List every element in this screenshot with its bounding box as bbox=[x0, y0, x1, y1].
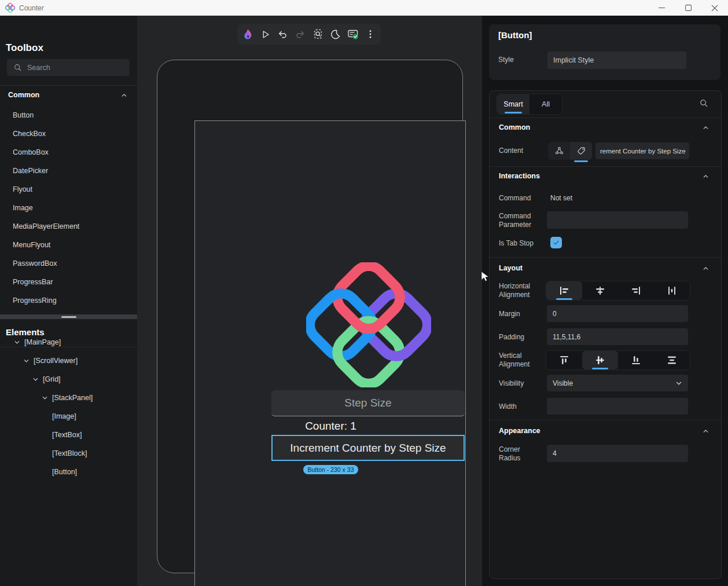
close-button[interactable] bbox=[701, 0, 728, 16]
toolbox-section-label: Common bbox=[8, 91, 39, 99]
chevron-down-icon[interactable] bbox=[42, 395, 48, 401]
align-horizontal-center-icon bbox=[594, 285, 606, 296]
width-input[interactable] bbox=[547, 398, 688, 415]
vertical-alignment-label: Vertical Alignment bbox=[499, 351, 545, 369]
toolbox-item-menuflyout[interactable]: MenuFlyout bbox=[0, 236, 137, 254]
toolbox-item-image[interactable]: Image bbox=[0, 199, 137, 217]
theme-toggle-button[interactable] bbox=[328, 27, 342, 41]
is-tab-stop-label: Is Tab Stop bbox=[499, 239, 534, 248]
selection-size-badge: Button - 230 x 33 bbox=[195, 465, 466, 474]
command-parameter-label: Command Parameter bbox=[499, 212, 545, 229]
align-horizontal-left-icon bbox=[558, 285, 570, 296]
style-input[interactable]: Implicit Style bbox=[547, 52, 686, 69]
tree-item-button-selected[interactable]: [Button] bbox=[0, 463, 137, 481]
section-common[interactable]: Common bbox=[490, 119, 721, 136]
tree-item-textblock[interactable]: [TextBlock] bbox=[0, 444, 137, 463]
toolbox-item-datepicker[interactable]: DatePicker bbox=[0, 162, 137, 180]
increment-button-selected[interactable]: Increment Counter by Step Size bbox=[271, 435, 465, 461]
content-literal-button[interactable] bbox=[570, 142, 592, 160]
content-binding-button[interactable] bbox=[548, 142, 570, 160]
tree-item-textbox[interactable]: [TextBox] bbox=[0, 426, 137, 444]
corner-radius-input[interactable]: 4 bbox=[547, 445, 688, 462]
app-logo-image[interactable] bbox=[306, 262, 431, 387]
tree-item-scrollviewer[interactable]: [ScrollViewer] bbox=[0, 351, 137, 370]
tree-item-image[interactable]: [Image] bbox=[0, 407, 137, 426]
halign-center-button[interactable] bbox=[582, 281, 618, 300]
step-size-textbox[interactable]: Step Size bbox=[271, 390, 465, 416]
toolbox-section-common[interactable]: Common bbox=[0, 86, 137, 104]
toolbox-item-combobox[interactable]: ComboBox bbox=[0, 143, 137, 162]
left-sidebar: Toolbox Common Button CheckBox ComboBox … bbox=[0, 16, 137, 586]
design-canvas[interactable]: Step Size Counter: 1 Increment Counter b… bbox=[137, 16, 482, 586]
hot-reload-flame-icon bbox=[242, 28, 253, 41]
toolbox-item-checkbox[interactable]: CheckBox bbox=[0, 124, 137, 143]
toolbox-item-progressring[interactable]: ProgressRing bbox=[0, 291, 137, 310]
play-button[interactable] bbox=[258, 27, 272, 41]
align-vertical-bottom-icon bbox=[630, 354, 642, 366]
tree-item-mainpage[interactable]: [MainPage] bbox=[0, 333, 137, 351]
margin-input[interactable]: 0 bbox=[547, 305, 688, 322]
minimize-button[interactable] bbox=[648, 0, 675, 16]
maximize-icon bbox=[685, 5, 692, 11]
designer-window: Counter Toolbox Common Button bbox=[0, 0, 728, 586]
validation-button[interactable] bbox=[346, 27, 360, 41]
tab-all[interactable]: All bbox=[530, 94, 562, 114]
align-vertical-top-icon bbox=[558, 354, 570, 366]
panel-splitter[interactable] bbox=[0, 314, 137, 319]
toolbox-search-input[interactable] bbox=[27, 64, 114, 72]
toolbox-item-button[interactable]: Button bbox=[0, 106, 137, 124]
valign-bottom-button[interactable] bbox=[618, 351, 654, 369]
toolbox-item-progressbar[interactable]: ProgressBar bbox=[0, 273, 137, 291]
content-label: Content bbox=[499, 146, 523, 155]
theme-moon-icon bbox=[330, 29, 341, 40]
toolbox-search[interactable] bbox=[7, 59, 130, 76]
titlebar: Counter bbox=[0, 0, 728, 16]
tree-item-stackpanel[interactable]: [StackPanel] bbox=[0, 389, 137, 407]
inspect-element-button[interactable] bbox=[311, 27, 325, 41]
command-parameter-input[interactable] bbox=[547, 211, 688, 229]
tag-icon bbox=[576, 146, 586, 156]
properties-search-icon[interactable] bbox=[700, 99, 708, 108]
active-tab-indicator bbox=[505, 112, 522, 113]
redo-button[interactable] bbox=[293, 27, 307, 41]
halign-left-button[interactable] bbox=[546, 281, 582, 300]
divider bbox=[490, 166, 721, 167]
binding-icon bbox=[554, 146, 564, 156]
content-input[interactable]: rement Counter by Step Size bbox=[595, 142, 689, 159]
maximize-button[interactable] bbox=[675, 0, 701, 16]
section-appearance[interactable]: Appearance bbox=[490, 422, 721, 440]
more-options-button[interactable] bbox=[363, 27, 377, 41]
chevron-up-icon bbox=[702, 265, 709, 272]
valign-center-button[interactable] bbox=[582, 351, 618, 369]
width-label: Width bbox=[499, 402, 517, 411]
valign-stretch-button[interactable] bbox=[654, 351, 690, 369]
valign-top-button[interactable] bbox=[546, 351, 582, 369]
tab-smart[interactable]: Smart bbox=[497, 94, 530, 114]
align-vertical-stretch-icon bbox=[666, 354, 678, 366]
hot-reload-button[interactable] bbox=[241, 27, 255, 41]
window-title: Counter bbox=[19, 4, 44, 12]
style-label: Style bbox=[498, 56, 514, 64]
toolbox-item-mediaplayerelement[interactable]: MediaPlayerElement bbox=[0, 217, 137, 236]
halign-stretch-button[interactable] bbox=[654, 281, 690, 300]
tree-item-grid[interactable]: [Grid] bbox=[0, 370, 137, 389]
toolbox-title: Toolbox bbox=[6, 42, 43, 54]
visibility-select[interactable]: Visible bbox=[547, 375, 688, 391]
counter-textblock[interactable]: Counter: 1 bbox=[195, 420, 466, 433]
chevron-down-icon[interactable] bbox=[23, 358, 30, 364]
section-layout[interactable]: Layout bbox=[490, 259, 721, 277]
toolbox-item-passwordbox[interactable]: PasswordBox bbox=[0, 254, 137, 273]
canvas-toolbar bbox=[237, 24, 381, 45]
more-options-kebab-icon bbox=[365, 29, 376, 39]
padding-input[interactable]: 11,5,11,6 bbox=[547, 328, 688, 345]
divider bbox=[490, 118, 721, 118]
inspector-tabs: Smart All bbox=[497, 94, 562, 115]
device-screen: Step Size Counter: 1 Increment Counter b… bbox=[194, 120, 466, 586]
toolbox-item-flyout[interactable]: Flyout bbox=[0, 180, 137, 199]
chevron-down-icon[interactable] bbox=[14, 339, 20, 346]
undo-button[interactable] bbox=[276, 27, 290, 41]
halign-right-button[interactable] bbox=[618, 281, 654, 300]
section-interactions[interactable]: Interactions bbox=[490, 167, 721, 185]
is-tab-stop-checkbox[interactable] bbox=[550, 237, 562, 248]
chevron-down-icon[interactable] bbox=[32, 376, 39, 383]
